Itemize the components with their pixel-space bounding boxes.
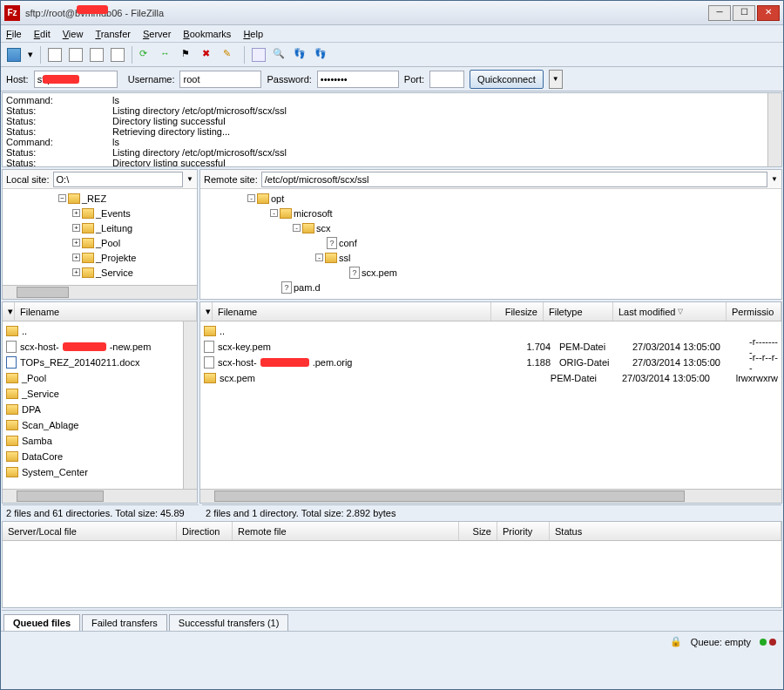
list-item[interactable]: scx-host--new.pem xyxy=(3,339,197,355)
expand-icon[interactable]: + xyxy=(72,254,80,261)
list-item[interactable]: DPA xyxy=(3,402,197,417)
menu-help[interactable]: Help xyxy=(243,29,263,39)
list-item[interactable]: _Service xyxy=(3,386,197,402)
qcol-direction[interactable]: Direction xyxy=(177,522,233,540)
list-item[interactable]: _Pool xyxy=(3,370,197,386)
menu-file[interactable]: File xyxy=(6,29,22,39)
toggle-queue-button[interactable] xyxy=(108,45,127,64)
port-input[interactable] xyxy=(429,71,464,88)
expand-icon[interactable]: - xyxy=(315,254,323,261)
qcol-server[interactable]: Server/Local file xyxy=(3,522,177,540)
list-item[interactable]: Scan_Ablage xyxy=(3,417,197,433)
qcol-size[interactable]: Size xyxy=(459,522,497,540)
sitemanager-dropdown[interactable]: ▾ xyxy=(25,45,36,64)
toggle-log-button[interactable] xyxy=(45,45,64,64)
tree-node[interactable]: +_Service xyxy=(6,265,193,280)
tree-node[interactable]: -ssl xyxy=(204,250,778,265)
username-input[interactable] xyxy=(179,71,261,88)
list-item[interactable]: System_Center xyxy=(3,464,197,480)
tree-node[interactable]: -microsoft xyxy=(204,206,778,220)
remote-tree[interactable]: -opt-microsoft-scx?conf-ssl?scx.pem?pam.… xyxy=(200,189,781,299)
sort-indicator[interactable]: ▾ xyxy=(3,302,15,321)
local-tree-hscroll[interactable] xyxy=(3,285,197,299)
sitemanager-button[interactable] xyxy=(4,45,24,64)
tab-successful[interactable]: Successful transfers (1) xyxy=(169,614,289,631)
menu-server[interactable]: Server xyxy=(143,29,171,39)
tree-node[interactable]: ?conf xyxy=(204,235,778,250)
expand-icon[interactable]: + xyxy=(72,224,80,232)
quickconnect-dropdown[interactable]: ▼ xyxy=(549,70,563,89)
local-vscroll[interactable] xyxy=(183,321,197,489)
tree-node[interactable]: +_Pool xyxy=(6,235,193,250)
col-permissions[interactable]: Permissio xyxy=(727,302,781,321)
minimize-button[interactable]: ─ xyxy=(708,5,731,21)
message-log[interactable]: Command:lsStatus:Listing directory /etc/… xyxy=(2,92,782,167)
menu-edit[interactable]: Edit xyxy=(34,29,51,39)
local-tree[interactable]: −_REZ+_Events+_Leitung+_Pool+_Projekte+_… xyxy=(3,189,197,285)
cancel-button[interactable]: ⚑ xyxy=(179,45,198,64)
dropdown-icon[interactable]: ▼ xyxy=(771,175,778,183)
expand-icon[interactable]: + xyxy=(72,209,80,217)
list-item[interactable]: .. xyxy=(3,323,197,339)
expand-icon[interactable]: + xyxy=(72,239,80,247)
menu-bookmarks[interactable]: Bookmarks xyxy=(183,29,231,39)
col-filename[interactable]: Filename xyxy=(213,302,491,321)
remote-site-input[interactable] xyxy=(261,172,767,187)
expand-icon[interactable]: − xyxy=(58,194,66,202)
queue-list[interactable] xyxy=(3,541,781,607)
expand-icon[interactable]: + xyxy=(72,268,80,276)
list-item[interactable]: DataCore xyxy=(3,449,197,464)
menu-view[interactable]: View xyxy=(63,29,84,39)
remote-files[interactable]: ..scx-key.pem1.704PEM-Datei27/03/2014 13… xyxy=(200,321,781,489)
expand-icon[interactable]: - xyxy=(293,224,301,232)
expand-icon[interactable]: - xyxy=(270,209,278,217)
toggle-local-tree-button[interactable] xyxy=(66,45,85,64)
tree-node[interactable]: +_Leitung xyxy=(6,220,193,235)
list-item[interactable]: scx.pemPEM-Datei27/03/2014 13:05:00lrwxr… xyxy=(200,370,781,386)
disconnect-button[interactable]: ✖ xyxy=(199,45,219,64)
refresh-button[interactable]: ⟳ xyxy=(137,45,156,64)
qcol-remote[interactable]: Remote file xyxy=(233,522,459,540)
sync-browse-button[interactable]: 👣 xyxy=(291,45,310,64)
tree-node[interactable]: -opt xyxy=(204,191,778,206)
dropdown-icon[interactable]: ▼ xyxy=(186,175,193,183)
maximize-button[interactable]: ☐ xyxy=(733,5,755,21)
col-filename[interactable]: Filename xyxy=(15,302,197,321)
list-item[interactable]: Samba xyxy=(3,433,197,449)
password-input[interactable] xyxy=(317,71,399,88)
tab-queued[interactable]: Queued files xyxy=(3,614,80,631)
compare-button[interactable]: 🔍 xyxy=(270,45,289,64)
search-button[interactable]: 👣 xyxy=(312,45,331,64)
list-item[interactable]: scx-key.pem1.704PEM-Datei27/03/2014 13:0… xyxy=(200,339,781,355)
tree-node[interactable]: −_REZ xyxy=(6,191,193,206)
toggle-remote-tree-button[interactable] xyxy=(87,45,106,64)
reconnect-button[interactable]: ✎ xyxy=(220,45,240,64)
tree-node[interactable]: ?pam.d xyxy=(204,280,778,294)
list-item[interactable]: .. xyxy=(200,323,781,339)
local-site-input[interactable] xyxy=(53,172,184,187)
list-item[interactable]: scx-host-.pem.orig1.188ORIG-Datei27/03/2… xyxy=(200,355,781,370)
local-hscroll[interactable] xyxy=(3,489,197,503)
list-item[interactable]: TOPs_REZ_20140211.docx xyxy=(3,355,197,370)
local-files[interactable]: ..scx-host--new.pemTOPs_REZ_20140211.doc… xyxy=(3,321,197,489)
quickconnect-button[interactable]: Quickconnect xyxy=(470,70,544,89)
col-filesize[interactable]: Filesize xyxy=(491,302,544,321)
titlebar[interactable]: Fz sftp://root@bvmmdb06 - FileZilla ─ ☐ … xyxy=(1,1,783,25)
tab-failed[interactable]: Failed transfers xyxy=(82,614,167,631)
expand-icon[interactable]: - xyxy=(247,194,255,202)
remote-hscroll[interactable] xyxy=(200,489,781,503)
tree-node[interactable]: ?scx.pem xyxy=(204,265,778,280)
filter-button[interactable] xyxy=(249,45,268,64)
tree-node[interactable]: +_Projekte xyxy=(6,250,193,265)
tree-node[interactable]: -scx xyxy=(204,220,778,235)
qcol-status[interactable]: Status xyxy=(550,522,781,540)
qcol-priority[interactable]: Priority xyxy=(497,522,550,540)
close-button[interactable]: ✕ xyxy=(757,5,780,21)
sort-indicator[interactable]: ▾ xyxy=(200,302,213,321)
menu-transfer[interactable]: Transfer xyxy=(95,29,131,39)
col-modified[interactable]: Last modified▽ xyxy=(613,302,727,321)
log-scrollbar[interactable] xyxy=(767,93,781,166)
col-filetype[interactable]: Filetype xyxy=(544,302,613,321)
process-queue-button[interactable]: ↔ xyxy=(158,45,177,64)
tree-node[interactable]: +_Events xyxy=(6,206,193,220)
